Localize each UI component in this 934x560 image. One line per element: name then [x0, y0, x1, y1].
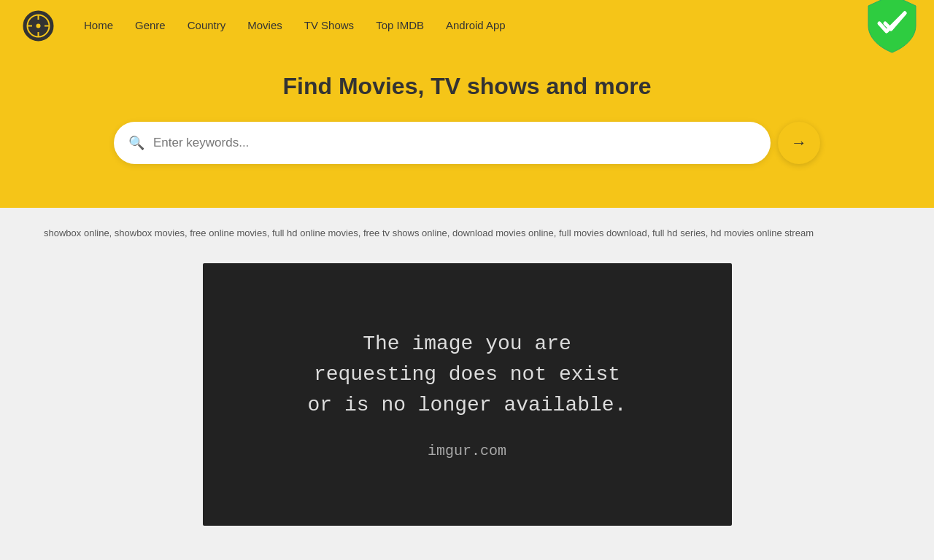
keywords-text: showbox online, showbox movies, free onl… [44, 226, 890, 241]
search-button[interactable]: → [778, 122, 820, 164]
placeholder-text-main: The image you are requesting does not ex… [308, 329, 627, 421]
search-icon: 🔍 [128, 135, 144, 151]
search-container: 🔍 → [0, 122, 934, 164]
search-input[interactable] [153, 122, 756, 164]
nav-item-home[interactable]: Home [84, 19, 113, 32]
nav-item-genre[interactable]: Genre [135, 19, 166, 32]
hero-section: Home Genre Country Movies TV Shows Top I… [0, 0, 934, 208]
search-bar: 🔍 [114, 122, 771, 164]
image-container: The image you are requesting does not ex… [44, 263, 890, 526]
logo[interactable] [22, 9, 55, 42]
imgur-source: imgur.com [428, 443, 506, 459]
nav-item-android-app[interactable]: Android App [446, 19, 506, 32]
nav-item-tv-shows[interactable]: TV Shows [304, 19, 354, 32]
hero-content: Find Movies, TV shows and more 🔍 → [0, 51, 934, 179]
placeholder-image: The image you are requesting does not ex… [203, 263, 732, 526]
hero-title: Find Movies, TV shows and more [0, 73, 934, 100]
navigation: Home Genre Country Movies TV Shows Top I… [0, 0, 934, 51]
shield-badge [865, 0, 919, 55]
nav-links: Home Genre Country Movies TV Shows Top I… [84, 19, 912, 32]
body-area: showbox online, showbox movies, free onl… [0, 208, 934, 548]
nav-item-movies[interactable]: Movies [247, 19, 282, 32]
svg-point-2 [36, 23, 41, 28]
nav-item-top-imdb[interactable]: Top IMDB [376, 19, 424, 32]
nav-item-country[interactable]: Country [188, 19, 226, 32]
